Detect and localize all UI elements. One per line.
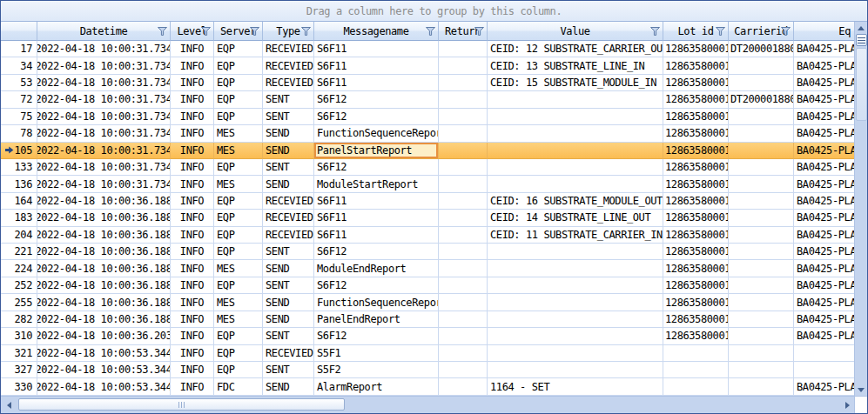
cell-server[interactable]: MES <box>214 176 263 192</box>
cell-level[interactable]: INFO <box>171 159 214 176</box>
cell-messagename[interactable]: FunctionSequenceReport <box>314 125 439 142</box>
column-header-level[interactable]: Level <box>171 22 214 41</box>
cell-server[interactable]: EQP <box>214 227 263 244</box>
cell-eqpid[interactable]: BA0425-PLA <box>794 227 854 244</box>
cell-value[interactable]: CEID: 11 SUBSTRATE_CARRIER_IN <box>488 227 663 244</box>
cell-level[interactable]: INFO <box>171 109 214 125</box>
cell-messagename[interactable]: S6F12 <box>314 277 439 294</box>
cell-eqpid[interactable]: BA0425-PLA <box>794 193 854 210</box>
cell-server[interactable]: EQP <box>214 328 263 344</box>
cell-messagename[interactable]: S6F12 <box>314 159 439 176</box>
row-indicator-cell[interactable]: 34 <box>1 57 37 74</box>
cell-value[interactable] <box>488 277 663 294</box>
table-row[interactable]: 2212022-04-18 10:00:36.188INFOEQPSENTS6F… <box>1 244 854 260</box>
row-indicator-cell[interactable]: 105 <box>1 143 37 159</box>
cell-return[interactable] <box>439 176 488 192</box>
cell-return[interactable] <box>439 328 488 344</box>
cell-lotid[interactable]: 12863580001B <box>663 91 729 108</box>
cell-datetime[interactable]: 2022-04-18 10:00:31.734 <box>37 159 171 176</box>
horizontal-scroll-thumb[interactable] <box>18 398 345 411</box>
cell-lotid[interactable]: 12863580001B <box>663 125 729 142</box>
table-row[interactable]: 1832022-04-18 10:00:36.188INFOEQPRECEVIE… <box>1 210 854 226</box>
cell-level[interactable]: INFO <box>171 311 214 328</box>
row-indicator-cell[interactable]: 252 <box>1 277 37 294</box>
cell-value[interactable] <box>488 362 663 378</box>
cell-carrierid[interactable] <box>729 378 794 395</box>
cell-level[interactable]: INFO <box>171 176 214 192</box>
cell-datetime[interactable]: 2022-04-18 10:00:36.188 <box>37 210 171 226</box>
cell-level[interactable]: INFO <box>171 41 214 57</box>
table-row[interactable]: 3212022-04-18 10:00:53.344INFOEQPRECEVIE… <box>1 345 854 362</box>
table-row[interactable]: 1332022-04-18 10:00:31.734INFOEQPSENTS6F… <box>1 159 854 176</box>
cell-datetime[interactable]: 2022-04-18 10:00:36.203 <box>37 328 171 344</box>
cell-datetime[interactable]: 2022-04-18 10:00:53.344 <box>37 378 171 395</box>
filter-icon[interactable] <box>250 27 259 36</box>
vertical-scroll-track[interactable] <box>855 48 868 384</box>
table-row[interactable]: 2522022-04-18 10:00:36.188INFOEQPSENTS6F… <box>1 277 854 294</box>
cell-level[interactable]: INFO <box>171 143 214 159</box>
cell-level[interactable]: INFO <box>171 57 214 74</box>
cell-return[interactable] <box>439 294 488 310</box>
cell-value[interactable]: CEID: 14 SUBSTRATE_LINE_OUT <box>488 210 663 226</box>
cell-datetime[interactable]: 2022-04-18 10:00:36.188 <box>37 311 171 328</box>
cell-messagename[interactable]: S5F1 <box>314 345 439 362</box>
cell-value[interactable] <box>488 143 663 159</box>
table-row[interactable]: 1362022-04-18 10:00:31.734INFOMESSENDMod… <box>1 176 854 192</box>
cell-lotid[interactable]: 12863580001B <box>663 41 729 57</box>
cell-datetime[interactable]: 2022-04-18 10:00:31.734 <box>37 41 171 57</box>
cell-value[interactable] <box>488 159 663 176</box>
row-indicator-cell[interactable]: 53 <box>1 75 37 91</box>
filter-icon[interactable] <box>301 27 311 36</box>
cell-carrierid[interactable] <box>729 176 794 192</box>
cell-type[interactable]: SENT <box>263 159 314 176</box>
cell-datetime[interactable]: 2022-04-18 10:00:36.188 <box>37 227 171 244</box>
cell-server[interactable]: MES <box>214 260 263 277</box>
cell-carrierid[interactable] <box>729 109 794 125</box>
cell-type[interactable]: SEND <box>263 311 314 328</box>
cell-messagename[interactable]: PanelStartReport <box>314 143 439 159</box>
cell-server[interactable]: EQP <box>214 210 263 226</box>
filter-icon[interactable] <box>474 27 484 36</box>
cell-carrierid[interactable] <box>729 75 794 91</box>
cell-value[interactable] <box>488 244 663 260</box>
cell-carrierid[interactable] <box>729 277 794 294</box>
cell-level[interactable]: INFO <box>171 328 214 344</box>
cell-messagename[interactable]: S6F12 <box>314 328 439 344</box>
cell-carrierid[interactable]: DT200001880 <box>729 41 794 57</box>
cell-type[interactable]: SENT <box>263 109 314 125</box>
table-row[interactable]: 172022-04-18 10:00:31.734INFOEQPRECEVIED… <box>1 41 854 57</box>
quick-customize-button[interactable] <box>856 34 867 46</box>
cell-eqpid[interactable]: BA0425-PLA <box>794 210 854 226</box>
cell-lotid[interactable]: 12863580001B <box>663 210 729 226</box>
cell-eqpid[interactable]: BA0425-PLA <box>794 260 854 277</box>
cell-lotid[interactable]: 12863580001B <box>663 294 729 310</box>
cell-level[interactable]: INFO <box>171 277 214 294</box>
cell-messagename[interactable]: S6F11 <box>314 75 439 91</box>
cell-eqpid[interactable] <box>794 362 854 378</box>
column-header-type[interactable]: Type <box>263 22 314 41</box>
cell-messagename[interactable]: S6F11 <box>314 57 439 74</box>
cell-lotid[interactable]: 12863580001B <box>663 176 729 192</box>
cell-return[interactable] <box>439 277 488 294</box>
row-indicator-cell[interactable]: 17 <box>1 41 37 57</box>
cell-carrierid[interactable] <box>729 345 794 362</box>
column-header-messagename[interactable]: Messagename <box>314 22 439 41</box>
cell-lotid[interactable]: 12863580001B <box>663 244 729 260</box>
cell-eqpid[interactable]: BA0425-PLA <box>794 143 854 159</box>
column-header-lotid[interactable]: Lot id <box>663 22 729 41</box>
cell-type[interactable]: SEND <box>263 176 314 192</box>
row-indicator-cell[interactable]: 330 <box>1 378 37 395</box>
cell-return[interactable] <box>439 345 488 362</box>
table-row[interactable]: 2552022-04-18 10:00:36.188INFOMESSENDFun… <box>1 294 854 310</box>
cell-level[interactable]: INFO <box>171 260 214 277</box>
cell-lotid[interactable]: 12863580001B <box>663 227 729 244</box>
row-indicator-cell[interactable]: 75 <box>1 109 37 125</box>
cell-messagename[interactable]: FunctionSequenceReport <box>314 294 439 310</box>
cell-server[interactable]: EQP <box>214 244 263 260</box>
cell-messagename[interactable]: S6F12 <box>314 91 439 108</box>
cell-eqpid[interactable]: BA0425-PLA <box>794 125 854 142</box>
cell-server[interactable]: MES <box>214 143 263 159</box>
cell-datetime[interactable]: 2022-04-18 10:00:31.734 <box>37 109 171 125</box>
row-indicator-cell[interactable]: 327 <box>1 362 37 378</box>
cell-level[interactable]: INFO <box>171 210 214 226</box>
